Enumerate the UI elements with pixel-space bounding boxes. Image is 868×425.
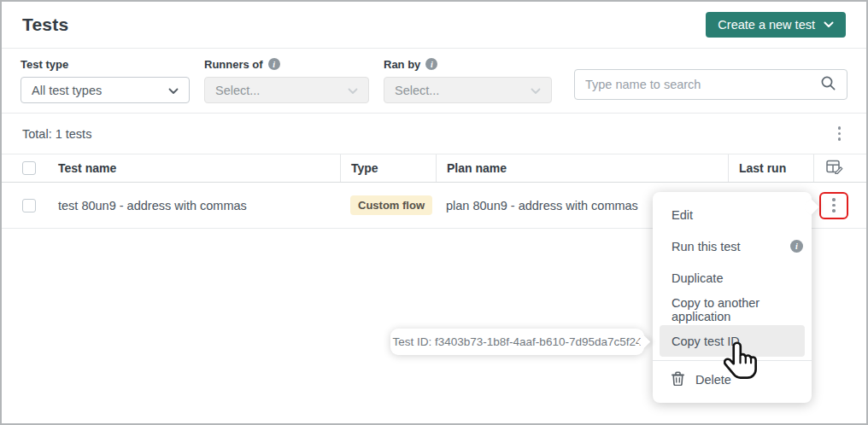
ran-by-label-text: Ran by bbox=[384, 58, 420, 71]
chevron-down-icon bbox=[824, 21, 834, 28]
top-bar: Tests Create a new test bbox=[2, 2, 866, 49]
row-actions-kebab-icon[interactable] bbox=[819, 192, 848, 219]
menu-item-copy-test-id[interactable]: Copy test ID bbox=[660, 325, 805, 357]
trash-icon bbox=[672, 371, 684, 388]
filter-test-type: Test type All test types bbox=[21, 57, 190, 113]
test-type-select[interactable]: All test types bbox=[21, 77, 190, 103]
search-icon[interactable] bbox=[820, 75, 836, 95]
row-checkbox[interactable] bbox=[22, 199, 36, 212]
total-count: Total: 1 tests bbox=[22, 127, 91, 141]
edit-columns-cell bbox=[813, 154, 866, 182]
runners-of-value: Select... bbox=[215, 84, 260, 97]
test-id-tooltip-text: Test ID: f3403b73-1b8f-4aaf-b610-7d95da7… bbox=[393, 335, 642, 348]
info-icon[interactable]: i bbox=[268, 58, 280, 70]
chevron-down-icon bbox=[531, 84, 541, 97]
filters-bar: Test type All test types Runners of i Se… bbox=[2, 49, 866, 114]
info-icon[interactable]: i bbox=[790, 240, 803, 253]
row-actions-menu: Edit Run this test i Duplicate Copy to a… bbox=[653, 192, 812, 403]
search-input[interactable] bbox=[585, 78, 820, 91]
table-options-kebab-icon[interactable] bbox=[833, 123, 847, 144]
test-type-label-text: Test type bbox=[21, 58, 68, 71]
ran-by-label: Ran by i bbox=[384, 57, 552, 71]
runners-of-label: Runners of i bbox=[204, 57, 369, 71]
create-new-test-label: Create a new test bbox=[718, 18, 815, 32]
test-type-value: All test types bbox=[32, 84, 102, 97]
page-title: Tests bbox=[22, 15, 68, 35]
test-id-tooltip: Test ID: f3403b73-1b8f-4aaf-b610-7d95da7… bbox=[390, 329, 644, 355]
ran-by-value: Select... bbox=[395, 84, 439, 97]
column-plan-name[interactable]: Plan name bbox=[436, 154, 728, 182]
cell-type: Custom flow bbox=[340, 183, 436, 228]
total-row: Total: 1 tests bbox=[2, 114, 866, 154]
chevron-down-icon bbox=[348, 84, 358, 97]
table-header: Test name Type Plan name Last run bbox=[2, 154, 866, 183]
chevron-down-icon bbox=[168, 84, 179, 97]
column-test-name[interactable]: Test name bbox=[58, 161, 340, 175]
edit-columns-icon[interactable] bbox=[826, 160, 843, 177]
info-icon[interactable]: i bbox=[425, 58, 437, 70]
create-new-test-button[interactable]: Create a new test bbox=[706, 12, 846, 38]
menu-item-copy-to-another-application[interactable]: Copy to another application bbox=[653, 294, 812, 325]
row-checkbox-cell bbox=[2, 199, 58, 212]
run-this-test-label: Run this test bbox=[672, 240, 741, 253]
search-box bbox=[574, 69, 847, 100]
menu-item-edit[interactable]: Edit bbox=[653, 199, 812, 230]
ran-by-select[interactable]: Select... bbox=[384, 77, 552, 103]
menu-item-delete[interactable]: Delete bbox=[653, 361, 812, 399]
delete-label: Delete bbox=[695, 373, 731, 387]
menu-item-duplicate[interactable]: Duplicate bbox=[653, 262, 812, 294]
column-type[interactable]: Type bbox=[340, 154, 436, 182]
select-all-checkbox[interactable] bbox=[22, 161, 36, 175]
runners-of-label-text: Runners of bbox=[204, 58, 263, 71]
filter-ran-by: Ran by i Select... bbox=[384, 57, 552, 113]
column-last-run[interactable]: Last run bbox=[728, 154, 813, 182]
test-type-badge: Custom flow bbox=[350, 195, 432, 215]
menu-item-run-this-test[interactable]: Run this test i bbox=[653, 230, 812, 262]
filter-runners-of: Runners of i Select... bbox=[204, 57, 369, 113]
runners-of-select[interactable]: Select... bbox=[204, 77, 369, 103]
row-actions-cell bbox=[813, 183, 866, 228]
cell-test-name[interactable]: test 80un9 - address with commas bbox=[58, 199, 340, 212]
test-type-label: Test type bbox=[21, 57, 190, 71]
tests-page: Tests Create a new test Test type All te… bbox=[0, 0, 868, 425]
header-checkbox-cell bbox=[2, 161, 58, 175]
